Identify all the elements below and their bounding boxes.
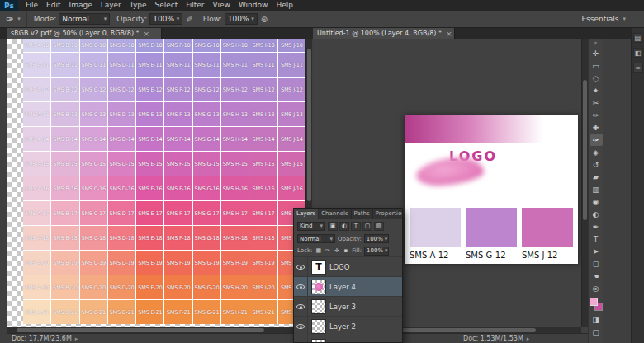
lasso-tool[interactable]: ◌ [590,72,603,84]
swatch-cell[interactable]: SMS D-15 [108,152,135,176]
swatch-cell[interactable]: SMS I-21 [249,300,277,324]
swatch-cell[interactable]: SMS F-19 [164,251,192,275]
type-layer-filter-icon[interactable]: T [351,222,361,231]
swatch-cell[interactable]: SMS I-16 [249,176,277,200]
swatch-cell[interactable]: SMS J-14 [278,127,305,151]
swatch-cell[interactable]: SMS B-12 [51,78,78,101]
menu-window[interactable]: Window [234,0,272,11]
swatch-cell[interactable]: SMS I-14 [249,127,277,151]
swatch-cell[interactable]: SMS I-20 [249,275,277,299]
layer-thumbnail[interactable] [311,299,326,314]
layer-opacity-select[interactable]: 100% ▾ [364,234,389,243]
lock-all-icon[interactable]: ▪ [342,247,349,255]
swatch-cell[interactable]: SMS D-16 [108,176,135,200]
swatch-cell[interactable]: SMS C-17 [80,201,107,225]
zoom-tool[interactable]: ◎ [590,282,603,294]
eyedropper-tool[interactable]: ✏ [590,109,603,121]
swatch-cell[interactable]: SMS H-16 [221,176,249,200]
swatch-cell[interactable]: SMS I-12 [249,78,277,101]
swatch-cell[interactable]: SMS F-18 [164,226,192,250]
swatch-cell[interactable]: SMS A-14 [23,127,50,151]
panel-tab-channels[interactable]: Channels [319,209,351,219]
swatch-cell[interactable]: SMS F-11 [164,53,192,77]
swatch-cell[interactable]: SMS J-12 [278,78,305,101]
swatch-cell[interactable]: SMS I-18 [249,226,277,250]
swatch-cell[interactable]: SMS E-20 [136,275,163,299]
swatch-cell[interactable]: SMS H-12 [221,78,249,101]
swatch-cell[interactable]: SMS A-13 [23,102,50,126]
swatch-cell[interactable]: SMS A-15 [23,152,50,176]
layer-row[interactable]: TLOGO [294,257,402,277]
swatch-cell[interactable]: SMS B-18 [51,226,78,250]
pen-tool[interactable]: ✒ [590,220,603,233]
visibility-toggle[interactable] [294,297,308,316]
scrollbar-thumb[interactable] [17,328,264,332]
swatch-cell[interactable]: SMS I-15 [249,152,277,176]
swatch-cell[interactable]: SMS G-21 [193,300,220,324]
document-tab-untitled[interactable]: Untitled-1 @ 100% (Layer 4, RGB/8) * × [313,28,455,39]
vertical-scrollbar[interactable] [581,39,588,327]
menu-layer[interactable]: Layer [97,0,125,11]
swatch-cell[interactable]: SMS H-15 [221,152,249,176]
layer-thumbnail[interactable]: T [311,260,326,275]
swatch-cell[interactable]: SMS C-18 [80,226,107,250]
swatch-cell[interactable]: SMS D-14 [108,127,135,151]
swatch-cell[interactable]: SMS C-21 [80,300,107,324]
layer-row[interactable]: Layer 4 [294,277,402,297]
swatch-cell[interactable]: SMS D-21 [108,300,135,324]
menu-select[interactable]: Select [150,0,182,11]
swatch-cell[interactable]: SMS A-20 [23,275,50,299]
swatch-cell[interactable]: SMS G-13 [193,102,220,126]
shape-layer-filter-icon[interactable]: ▢ [362,222,372,231]
swatch-cell[interactable]: SMS H-14 [221,127,249,151]
workspace-switcher[interactable]: Essentials ▾ [581,15,626,23]
swatch-cell[interactable]: SMS A-11 [23,53,50,77]
scrollbar-thumb[interactable] [307,49,311,201]
swatch-cell[interactable]: SMS I-13 [249,102,277,126]
layer-blend-mode-select[interactable]: Normal ▾ [297,234,335,243]
swatch-cell[interactable]: SMS F-10 [164,39,192,52]
swatch-cell[interactable]: SMS A-18 [23,226,50,250]
swatch-cell[interactable]: SMS I-19 [249,251,277,275]
quick-mask-icon[interactable]: ◨ [590,313,603,326]
screen-mode-icon[interactable]: ▢ [590,326,603,338]
swatch-cell[interactable]: SMS E-19 [136,251,163,275]
blur-tool[interactable]: ◉ [590,195,603,208]
horizontal-scrollbar[interactable] [7,327,305,333]
swatch-cell[interactable]: SMS J-15 [278,152,305,176]
swatch-cell[interactable]: SMS I-10 [249,39,277,52]
swatch-cell[interactable]: SMS F-14 [164,127,192,151]
swatch-cell[interactable]: SMS C-10 [80,39,107,52]
swatch-cell[interactable]: SMS D-18 [108,226,135,250]
swatch-cell[interactable]: SMS G-10 [193,39,220,52]
document-tab-srgb[interactable]: sRGB v2.pdf @ 50% (Layer 0, RGB/8) * × [7,28,162,39]
swatch-cell[interactable]: SMS F-13 [164,102,192,126]
swatch-cell[interactable]: SMS D-11 [108,53,135,77]
lock-transparent-pixels-icon[interactable]: ▦ [315,247,322,255]
eraser-tool[interactable]: ▰ [590,171,603,183]
swatch-cell[interactable]: SMS J-10 [278,39,305,52]
path-selection-tool[interactable]: ➤ [590,245,603,257]
swatch-cell[interactable]: SMS E-10 [136,39,163,52]
swatch-cell[interactable]: SMS A-21 [23,300,50,324]
lock-position-icon[interactable]: ✛ [333,247,340,255]
close-icon[interactable]: × [446,30,452,38]
swatch-cell[interactable]: SMS B-14 [51,127,78,151]
tablet-pressure-opacity-icon[interactable]: ✐ [186,15,192,24]
swatch-cell[interactable]: SMS J-13 [278,102,305,126]
lock-image-pixels-icon[interactable]: ✑ [324,247,331,255]
swatch-cell[interactable]: SMS A-19 [23,251,50,275]
flow-select[interactable]: 100% ▾ [225,13,258,25]
clone-stamp-tool[interactable]: ◈ [590,146,603,158]
type-tool[interactable]: T [590,233,603,245]
panel-tab-properties[interactable]: Properties [373,209,402,219]
swatch-cell[interactable]: SMS F-20 [164,275,192,299]
kind-filter-select[interactable]: Kind ▾ [297,222,325,231]
swatch-cell[interactable]: SMS A-12 [23,78,50,101]
panel-tab-layers[interactable]: Layers [294,209,319,219]
shape-tool[interactable]: ◻ [590,257,603,270]
healing-brush-tool[interactable]: ✚ [590,121,603,134]
collapsed-panel-icon[interactable]: ▤ [633,33,643,43]
status-menu-icon[interactable]: ▸ [75,336,78,342]
swatch-cell[interactable]: SMS G-18 [193,226,220,250]
